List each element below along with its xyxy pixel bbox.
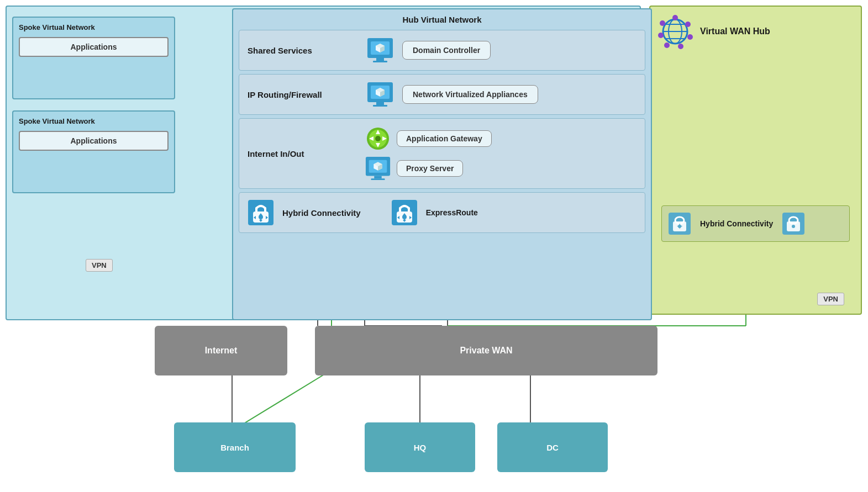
internet-inout-label: Internet In/Out	[248, 149, 358, 158]
private-wan-box: Private WAN	[315, 326, 657, 375]
spoke-vnet-2: Spoke Virtual Network Applications	[12, 110, 175, 193]
svg-line-4	[232, 370, 332, 431]
svg-point-28	[687, 34, 693, 40]
shared-services-label: Shared Services	[248, 46, 358, 55]
vpn-gateway-icon-wan1: ✦	[667, 211, 692, 236]
shared-services-row: Shared Services Domain Controller	[239, 30, 645, 71]
svg-point-82	[402, 215, 407, 219]
hq-box: HQ	[365, 422, 475, 472]
svg-point-29	[678, 44, 683, 49]
svg-point-32	[660, 20, 665, 26]
wan-vpn-label: VPN	[817, 293, 844, 305]
svg-rect-68	[371, 178, 385, 180]
internet-inout-row: Internet In/Out Application Gateway	[239, 118, 645, 189]
ip-routing-row: IP Routing/Firewall Network Virtualized …	[239, 74, 645, 115]
svg-text:✦: ✦	[676, 222, 683, 231]
proxy-server-box: Proxy Server	[397, 160, 463, 177]
spoke-vnet-2-label: Spoke Virtual Network	[19, 117, 169, 125]
wan-hybrid-label: Hybrid Connectivity	[700, 219, 773, 228]
spoke-vnet-1: Spoke Virtual Network Applications	[12, 17, 175, 99]
svg-point-26	[672, 15, 678, 20]
hybrid-connectivity-row: Hybrid Connectivity ExpressRoute	[239, 192, 645, 233]
monitor-icon-routing	[366, 81, 394, 108]
svg-point-31	[658, 33, 664, 38]
spoke2-app-box: Applications	[19, 131, 169, 151]
app-gateway-box: Application Gateway	[397, 130, 492, 147]
dc-box: DC	[497, 422, 608, 472]
branch-box: Branch	[174, 422, 296, 472]
monitor-icon-shared	[366, 37, 394, 64]
internet-box: Internet	[155, 326, 287, 375]
spoke-vnet-1-label: Spoke Virtual Network	[19, 23, 169, 31]
app-gateway-icon	[365, 125, 391, 152]
svg-rect-53	[376, 102, 384, 105]
vpn-gateway-icon-hub	[248, 199, 274, 226]
svg-point-74	[259, 215, 263, 219]
hub-hybrid-label: Hybrid Connectivity	[282, 208, 361, 218]
svg-point-30	[664, 43, 670, 48]
svg-rect-47	[373, 61, 387, 62]
domain-controller-box: Domain Controller	[402, 41, 491, 60]
hub-vnet-title: Hub Virtual Network	[239, 15, 645, 24]
expressroute-label: ExpressRoute	[426, 208, 478, 217]
nva-box: Network Virtualized Appliances	[402, 85, 538, 104]
virtual-wan-hub-title: Virtual WAN Hub	[700, 27, 770, 36]
svg-rect-46	[376, 58, 384, 61]
svg-point-27	[685, 22, 691, 27]
svg-rect-54	[373, 105, 387, 107]
vpn-gateway-icon-wan2	[781, 211, 806, 236]
architecture-diagram: Virtual WAN Hub ✦ Hybrid Connectivity	[0, 0, 868, 492]
spoke1-app-box: Applications	[19, 37, 169, 57]
svg-point-64	[375, 136, 381, 141]
virtual-wan-hub-region: Virtual WAN Hub ✦ Hybrid Connectivity	[649, 6, 862, 315]
hub-vnet: Hub Virtual Network Shared Services Doma…	[232, 8, 652, 320]
vpn-gateway-icon-expressroute	[391, 199, 418, 226]
globe-icon	[656, 12, 695, 51]
svg-rect-67	[374, 176, 381, 178]
monitor-icon-proxy	[365, 155, 391, 182]
svg-point-43	[792, 225, 795, 228]
vpn-label-left: VPN	[86, 259, 113, 272]
ip-routing-label: IP Routing/Firewall	[248, 90, 358, 99]
